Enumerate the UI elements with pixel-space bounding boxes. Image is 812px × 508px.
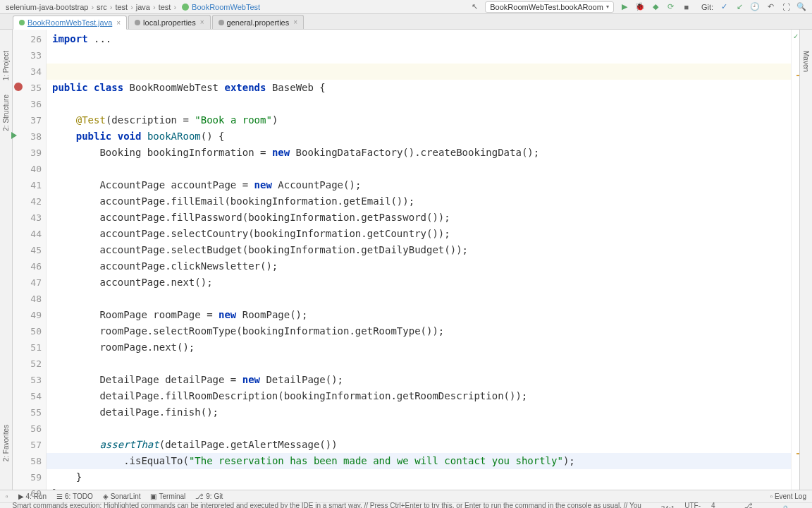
line-number[interactable]: 43 xyxy=(13,210,42,226)
line-number[interactable]: 55 xyxy=(13,404,42,421)
favorites-toolwindow-button[interactable]: 2: Favorites xyxy=(2,425,10,461)
line-number[interactable]: 41 xyxy=(13,177,42,193)
git-commit-icon[interactable]: ↙ xyxy=(734,2,744,12)
git-history-icon[interactable]: 🕘 xyxy=(750,2,760,12)
code-line[interactable]: @Test(description = "Book a room") xyxy=(47,112,791,128)
code-line[interactable] xyxy=(47,47,791,64)
close-icon[interactable]: × xyxy=(200,18,204,26)
code-line[interactable]: } xyxy=(47,469,791,485)
line-number[interactable]: 45 xyxy=(13,242,42,258)
run-gutter-icon[interactable] xyxy=(11,132,17,139)
line-number[interactable]: 36 xyxy=(13,96,42,112)
warning-marker[interactable] xyxy=(796,453,799,454)
line-number[interactable]: 40 xyxy=(13,161,42,177)
code-line[interactable]: import ... xyxy=(47,31,791,47)
maven-toolwindow-button[interactable]: Maven xyxy=(802,51,810,72)
close-icon[interactable]: × xyxy=(293,18,297,26)
line-number[interactable]: 58 xyxy=(13,453,42,469)
close-icon[interactable]: × xyxy=(116,19,121,27)
run-config-selector[interactable]: BookRoomWebTest.bookARoom xyxy=(485,1,614,13)
code-line[interactable]: accountPage.selectCountry(bookingInforma… xyxy=(47,226,791,242)
line-number[interactable]: 59 xyxy=(13,469,42,485)
line-number[interactable]: 38 xyxy=(13,128,42,145)
code-line[interactable]: public void bookARoom() { xyxy=(47,128,791,145)
terminal-toolwindow-button[interactable]: ▣ Terminal xyxy=(150,492,185,500)
search-icon[interactable]: 🔍 xyxy=(796,2,806,12)
git-rollback-icon[interactable]: ↶ xyxy=(765,2,775,12)
line-number[interactable]: 53 xyxy=(13,372,42,388)
breadcrumb-java[interactable]: java xyxy=(136,3,150,11)
structure-toolwindow-button[interactable]: 2: Structure xyxy=(2,95,10,131)
gutter[interactable]: 2633343536373839404142434445464748495051… xyxy=(13,30,47,490)
code-line[interactable]: accountPage.selectBudget(bookingInformat… xyxy=(47,242,791,258)
line-number[interactable]: 56 xyxy=(13,421,42,437)
line-number[interactable]: 34 xyxy=(13,64,42,80)
mem-indicator[interactable]: ▬ xyxy=(799,505,806,508)
lock-icon[interactable]: 🔒 xyxy=(781,505,789,508)
line-number[interactable]: 39 xyxy=(13,145,42,161)
tab-local-properties[interactable]: local.properties × xyxy=(128,15,210,29)
git-update-icon[interactable]: ✓ xyxy=(719,2,729,12)
code-line[interactable]: RoomPage roomPage = new RoomPage(); xyxy=(47,307,791,323)
code-line[interactable]: assertThat(detailPage.getAlertMessage()) xyxy=(47,437,791,453)
profile-icon[interactable]: ⟳ xyxy=(666,2,676,12)
line-number[interactable]: 57 xyxy=(13,437,42,453)
line-number[interactable]: 60 xyxy=(13,485,42,502)
stop-icon[interactable]: ■ xyxy=(682,2,691,12)
sonarlint-toolwindow-button[interactable]: ◈ SonarLint xyxy=(103,492,141,500)
encoding[interactable]: UTF-8 xyxy=(684,502,701,509)
code-line[interactable]: DetailPage detailPage = new DetailPage()… xyxy=(47,372,791,388)
code-line[interactable] xyxy=(47,421,791,437)
line-number[interactable]: 50 xyxy=(13,323,42,339)
code-line[interactable] xyxy=(47,356,791,372)
tab-general-properties[interactable]: general.properties × xyxy=(212,15,304,29)
line-number[interactable]: 51 xyxy=(13,339,42,356)
tab-bookroom[interactable]: BookRoomWebTest.java × xyxy=(13,16,127,30)
line-number[interactable]: 37 xyxy=(13,112,42,128)
error-stripe[interactable]: ✓ xyxy=(791,30,799,490)
code-line[interactable]: accountPage.next(); xyxy=(47,274,791,291)
todo-toolwindow-button[interactable]: ☰ 6: TODO xyxy=(56,492,93,500)
warning-marker[interactable] xyxy=(796,75,799,76)
code-line[interactable]: accountPage.clickNewsletter(); xyxy=(47,258,791,274)
line-number[interactable]: 54 xyxy=(13,388,42,404)
code-line[interactable]: } xyxy=(47,485,791,490)
line-number[interactable]: 33 xyxy=(13,47,42,64)
code-line[interactable]: AccountPage accountPage = new AccountPag… xyxy=(47,177,791,193)
code-line[interactable]: public class BookRoomWebTest extends Bas… xyxy=(47,80,791,96)
code-line[interactable] xyxy=(47,96,791,112)
breadcrumb-src[interactable]: src xyxy=(97,3,107,11)
code-line[interactable]: detailPage.fillRoomDescription(bookingIn… xyxy=(47,388,791,404)
code-line[interactable] xyxy=(47,64,791,80)
breadcrumb-pkg[interactable]: test xyxy=(159,3,171,11)
coverage-icon[interactable]: ◆ xyxy=(651,2,660,12)
run-icon[interactable]: ▶ xyxy=(620,2,629,12)
maximize-icon[interactable]: ⛶ xyxy=(781,2,791,12)
line-number[interactable]: 48 xyxy=(13,291,42,307)
collapse-icon[interactable]: ▫ xyxy=(6,492,8,500)
line-number[interactable]: 35 xyxy=(13,80,42,96)
project-toolwindow-button[interactable]: 1: Project xyxy=(2,51,10,80)
line-number[interactable]: 42 xyxy=(13,193,42,210)
line-number[interactable]: 52 xyxy=(13,356,42,372)
line-number[interactable]: 47 xyxy=(13,274,42,291)
code-line[interactable]: detailPage.finish(); xyxy=(47,404,791,421)
code-line[interactable]: accountPage.fillEmail(bookingInformation… xyxy=(47,193,791,210)
code-area[interactable]: import ... public class BookRoomWebTest … xyxy=(47,30,791,490)
git-toolwindow-button[interactable]: ⎇ 9: Git xyxy=(195,492,223,500)
code-line[interactable]: .isEqualTo("The reservation has been mad… xyxy=(47,453,791,469)
line-number[interactable]: 44 xyxy=(13,226,42,242)
breadcrumb-test[interactable]: test xyxy=(115,3,128,11)
tips-icon[interactable]: ▫ xyxy=(6,505,8,508)
line-number[interactable]: 26 xyxy=(13,31,42,47)
code-line[interactable]: roomPage.selectRoomType(bookingInformati… xyxy=(47,323,791,339)
error-gutter-icon[interactable] xyxy=(14,83,23,91)
indent-setting[interactable]: 4 spaces xyxy=(711,502,734,509)
code-line[interactable] xyxy=(47,161,791,177)
code-editor[interactable]: 2633343536373839404142434445464748495051… xyxy=(13,30,799,490)
code-line[interactable]: accountPage.fillPassword(bookingInformat… xyxy=(47,210,791,226)
breadcrumb-root[interactable]: selenium-java-bootstrap xyxy=(6,3,88,11)
breadcrumb-class[interactable]: BookRoomWebTest xyxy=(192,3,260,11)
git-branch[interactable]: ⎇ master xyxy=(744,502,771,509)
line-number[interactable]: 46 xyxy=(13,258,42,274)
